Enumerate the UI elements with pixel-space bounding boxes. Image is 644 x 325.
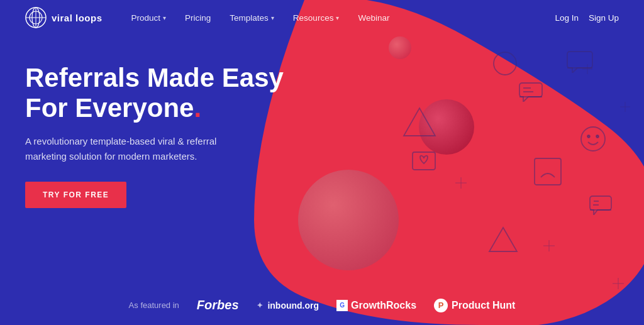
templates-chevron-icon: ▾ xyxy=(271,14,274,21)
featured-forbes: Forbes xyxy=(197,298,239,312)
signup-button[interactable]: Sign Up xyxy=(589,13,619,23)
svg-marker-17 xyxy=(489,228,517,251)
hero-subtext: A revolutionary template-based viral & r… xyxy=(25,134,252,164)
login-button[interactable]: Log In xyxy=(555,13,579,23)
growthrocks-icon: G xyxy=(336,300,348,311)
brand-name: viral loops xyxy=(52,13,103,23)
cta-button[interactable]: TRY FOR FREE xyxy=(25,182,126,208)
deco-plus1-icon xyxy=(581,63,594,78)
svg-point-16 xyxy=(494,52,516,75)
svg-point-9 xyxy=(581,127,605,151)
svg-point-11 xyxy=(596,135,599,138)
deco-chat2-icon xyxy=(518,82,543,104)
nav-webinar[interactable]: Webinar xyxy=(349,8,398,28)
deco-circle-icon xyxy=(492,50,518,79)
svg-rect-14 xyxy=(590,196,611,210)
svg-rect-6 xyxy=(519,83,542,97)
svg-point-10 xyxy=(587,135,590,138)
nav-product[interactable]: Product ▾ xyxy=(123,8,175,28)
featured-producthunt: P Product Hunt xyxy=(434,299,515,312)
hero-content: Referrals Made Easy For Everyone. A revo… xyxy=(25,63,327,208)
featured-growthrocks: G GrowthRocks xyxy=(336,300,416,311)
deco-chat3-icon xyxy=(589,195,613,218)
logo[interactable]: viral loops xyxy=(25,7,103,28)
deco-smiley-icon xyxy=(580,126,606,155)
product-chevron-icon: ▾ xyxy=(163,14,166,21)
sphere-small xyxy=(389,36,411,59)
deco-plus5-icon xyxy=(611,277,625,293)
nav-pricing[interactable]: Pricing xyxy=(176,8,219,28)
featured-inbound: ✦ inbound.org xyxy=(257,300,319,311)
hero-section: Referrals Made Easy For Everyone. A revo… xyxy=(0,0,644,325)
nav-templates[interactable]: Templates ▾ xyxy=(221,8,283,28)
deco-triangle-icon xyxy=(402,107,436,140)
svg-rect-28 xyxy=(413,152,435,170)
navbar: viral loops Product ▾ Pricing Templates … xyxy=(0,0,644,35)
nav-links: Product ▾ Pricing Templates ▾ Resources … xyxy=(123,8,555,28)
resources-chevron-icon: ▾ xyxy=(336,14,339,21)
hero-headline: Referrals Made Easy For Everyone. xyxy=(25,63,327,124)
hero-dot: . xyxy=(194,93,201,123)
deco-triangle2-icon xyxy=(488,226,518,255)
featured-bar: As featured in Forbes ✦ inbound.org G Gr… xyxy=(0,298,644,312)
deco-plus3-icon xyxy=(454,176,468,192)
deco-plus2-icon xyxy=(619,101,631,116)
deco-square-icon xyxy=(533,157,562,189)
svg-rect-13 xyxy=(535,158,561,185)
nav-resources[interactable]: Resources ▾ xyxy=(284,8,348,28)
svg-marker-12 xyxy=(404,108,435,136)
featured-label: As featured in xyxy=(129,300,179,310)
deco-heart-icon xyxy=(411,151,436,176)
deco-plus4-icon xyxy=(542,239,556,255)
producthunt-icon: P xyxy=(434,299,448,312)
nav-auth: Log In Sign Up xyxy=(555,13,619,23)
